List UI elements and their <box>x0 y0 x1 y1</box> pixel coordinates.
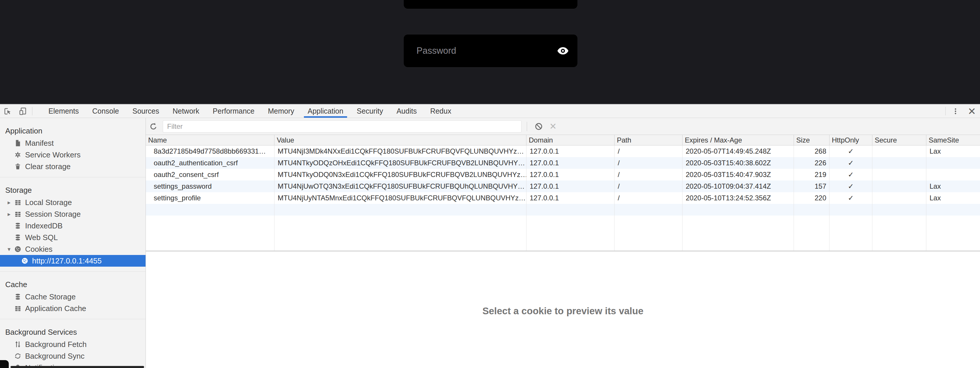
cell-http_only[interactable]: ✓ <box>829 192 872 204</box>
cell-size[interactable]: 268 <box>794 146 829 157</box>
password-input[interactable] <box>404 45 557 56</box>
cookie-row-oauth2_authentication_csrf[interactable]: oauth2_authentication_csrfMTU4NTkyODQzOH… <box>146 157 980 169</box>
cell-size[interactable]: 220 <box>794 192 829 204</box>
tab-elements[interactable]: Elements <box>42 104 86 118</box>
cell-name[interactable]: 8a3d27185b49d7758d8bb669331… <box>146 146 274 157</box>
cell-path[interactable]: / <box>614 192 682 204</box>
cell-secure[interactable] <box>872 157 926 169</box>
tab-network[interactable]: Network <box>166 104 206 118</box>
eye-icon[interactable] <box>557 42 578 59</box>
delete-selected-icon[interactable]: ✕ <box>546 121 560 131</box>
column-header-secure[interactable]: Secure <box>872 135 926 145</box>
sidebar-item-cache-storage[interactable]: Cache Storage <box>0 291 146 302</box>
cell-path[interactable]: / <box>614 181 682 192</box>
sidebar-item-background-sync[interactable]: Background Sync <box>0 350 146 362</box>
cell-expires[interactable]: 2020-05-10T09:04:37.414Z <box>682 181 794 192</box>
cell-same_site[interactable]: Lax <box>926 181 980 192</box>
tab-memory[interactable]: Memory <box>261 104 301 118</box>
filter-input[interactable] <box>163 120 522 133</box>
tab-application[interactable]: Application <box>301 104 350 118</box>
column-header-name[interactable]: Name <box>146 135 274 145</box>
cookie-row-settings_password[interactable]: settings_passwordMTU4NjUwOTQ3N3xEdi1CQkF… <box>146 181 980 192</box>
sidebar-item-session-storage[interactable]: ▸Session Storage <box>0 208 146 220</box>
cell-name[interactable]: oauth2_consent_csrf <box>146 169 274 181</box>
cookie-row-8a3d27185b49d7758d8bb669331-[interactable]: 8a3d27185b49d7758d8bb669331…MTU4NjI3MDk4… <box>146 146 980 157</box>
cell-size[interactable]: 226 <box>794 157 829 169</box>
sidebar-scrollbar[interactable] <box>11 366 144 368</box>
cell-same_site[interactable] <box>926 169 980 181</box>
cell-name[interactable]: oauth2_authentication_csrf <box>146 157 274 169</box>
device-toolbar-icon[interactable] <box>15 104 30 118</box>
cell-http_only[interactable]: ✓ <box>829 146 872 157</box>
cell-same_site[interactable]: Lax <box>926 192 980 204</box>
cell-secure[interactable] <box>872 146 926 157</box>
sidebar-item-indexeddb[interactable]: IndexedDB <box>0 220 146 232</box>
cell-name[interactable]: settings_password <box>146 181 274 192</box>
sidebar-item-background-fetch[interactable]: Background Fetch <box>0 339 146 350</box>
sidebar-item-application-cache[interactable]: Application Cache <box>0 302 146 314</box>
tab-security[interactable]: Security <box>350 104 390 118</box>
tab-redux[interactable]: Redux <box>423 104 458 118</box>
password-field[interactable] <box>404 34 578 67</box>
cell-path[interactable]: / <box>614 146 682 157</box>
column-header-size[interactable]: Size <box>794 135 829 145</box>
cell-domain[interactable]: 127.0.0.1 <box>526 157 614 169</box>
cell-path[interactable]: / <box>614 157 682 169</box>
sidebar-item-local-storage[interactable]: ▸Local Storage <box>0 197 146 208</box>
sidebar-item-http-127-0-0-1-4455[interactable]: http://127.0.0.1:4455 <box>0 255 146 267</box>
cell-domain[interactable]: 127.0.0.1 <box>526 146 614 157</box>
more-options-icon[interactable] <box>947 104 964 118</box>
cell-value[interactable]: MTU4NjUwOTQ3N3xEdi1CQkFFQ180SUFBUkFCRUFB… <box>274 181 526 192</box>
cell-empty <box>829 204 872 216</box>
sidebar-item-clear-storage[interactable]: Clear storage <box>0 161 146 172</box>
cell-path[interactable]: / <box>614 169 682 181</box>
cell-value[interactable]: MTU4NTkyODQ0N3xEdi1CQkFFQ180SUFBUkFCRUFB… <box>274 169 526 181</box>
cell-domain[interactable]: 127.0.0.1 <box>526 192 614 204</box>
cell-value[interactable]: MTU4NTkyODQzOHxEdi1CQkFFQ180SUFBUkFCRUFB… <box>274 157 526 169</box>
cell-expires[interactable]: 2020-05-03T15:40:38.602Z <box>682 157 794 169</box>
column-header-value[interactable]: Value <box>274 135 526 145</box>
sidebar-item-web-sql[interactable]: Web SQL <box>0 232 146 243</box>
cell-size[interactable]: 219 <box>794 169 829 181</box>
cell-secure[interactable] <box>872 181 926 192</box>
column-header-same_site[interactable]: SameSite <box>926 135 980 145</box>
cell-size[interactable]: 157 <box>794 181 829 192</box>
close-devtools-icon[interactable]: ✕ <box>964 104 980 118</box>
cell-name[interactable]: settings_profile <box>146 192 274 204</box>
cell-http_only[interactable]: ✓ <box>829 157 872 169</box>
inspect-element-icon[interactable] <box>0 104 15 118</box>
tab-audits[interactable]: Audits <box>390 104 423 118</box>
refresh-icon[interactable] <box>146 120 161 133</box>
cookie-row-oauth2_consent_csrf[interactable]: oauth2_consent_csrfMTU4NTkyODQ0N3xEdi1CQ… <box>146 169 980 181</box>
sidebar-item-cookies[interactable]: ▾Cookies <box>0 243 146 255</box>
cell-domain[interactable]: 127.0.0.1 <box>526 169 614 181</box>
chevron-right-icon[interactable]: ▸ <box>8 211 14 218</box>
column-header-path[interactable]: Path <box>614 135 682 145</box>
tab-console[interactable]: Console <box>86 104 126 118</box>
chevron-right-icon[interactable]: ▸ <box>8 199 14 206</box>
column-header-http_only[interactable]: HttpOnly <box>829 135 872 145</box>
tab-sources[interactable]: Sources <box>126 104 166 118</box>
cell-expires[interactable]: 2020-05-10T13:24:52.356Z <box>682 192 794 204</box>
cell-same_site[interactable]: Lax <box>926 146 980 157</box>
sidebar-item-service-workers[interactable]: Service Workers <box>0 149 146 161</box>
cell-same_site[interactable] <box>926 157 980 169</box>
chevron-down-icon[interactable]: ▾ <box>8 246 14 253</box>
cell-secure[interactable] <box>872 192 926 204</box>
cell-value[interactable]: MTU4NjI3MDk4NXxEdi1CQkFFQ180SUFBUkFCRUFB… <box>274 146 526 157</box>
cell-expires[interactable]: 2020-05-07T14:49:45.248Z <box>682 146 794 157</box>
sidebar-item-manifest[interactable]: Manifest <box>0 137 146 149</box>
tab-performance[interactable]: Performance <box>206 104 261 118</box>
sidebar-item-label: Local Storage <box>25 198 72 207</box>
clear-all-cookies-icon[interactable] <box>531 120 546 133</box>
cell-http_only[interactable]: ✓ <box>829 181 872 192</box>
cell-http_only[interactable]: ✓ <box>829 169 872 181</box>
column-header-domain[interactable]: Domain <box>526 135 614 145</box>
cookie-row-settings_profile[interactable]: settings_profileMTU4NjUyNTA5MnxEdi1CQkFF… <box>146 192 980 204</box>
cell-expires[interactable]: 2020-05-03T15:40:47.903Z <box>682 169 794 181</box>
cell-secure[interactable] <box>872 169 926 181</box>
username-field-cropped[interactable] <box>404 0 578 9</box>
cell-value[interactable]: MTU4NjUyNTA5MnxEdi1CQkFFQ180SUFBUkFCRUFB… <box>274 192 526 204</box>
column-header-expires[interactable]: Expires / Max-Age <box>682 135 794 145</box>
cell-domain[interactable]: 127.0.0.1 <box>526 181 614 192</box>
